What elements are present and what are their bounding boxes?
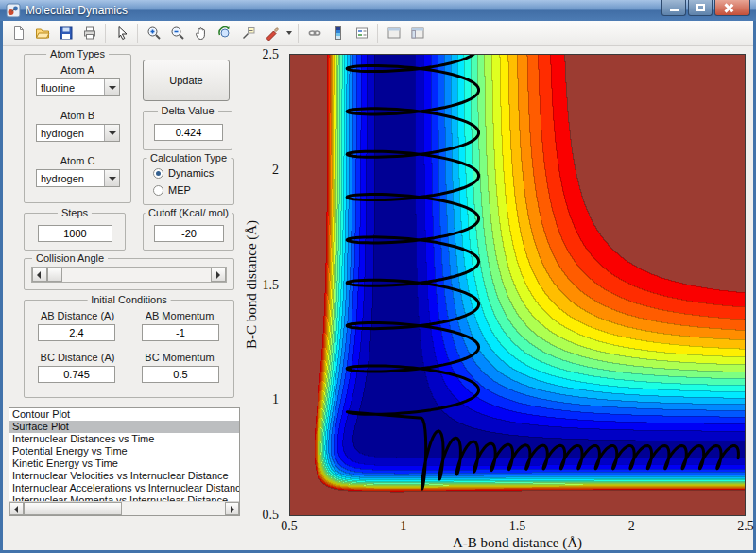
cutoff-field[interactable] [154, 225, 224, 242]
figure-content: Atom Types Atom A fluorine Atom B hydrog… [3, 46, 753, 550]
list-item[interactable]: Internuclear Velocities vs Internuclear … [9, 470, 239, 482]
x-tick-label: 1 [385, 519, 422, 534]
radio-mep[interactable]: MEP [153, 184, 191, 196]
toolbar-separator [377, 24, 378, 43]
listbox-horizontal-scrollbar[interactable] [9, 501, 239, 515]
new-file-button[interactable] [7, 23, 30, 44]
brush-icon [265, 26, 280, 41]
edit-plot-button[interactable] [110, 23, 133, 44]
pan-button[interactable] [189, 23, 213, 44]
brush-button[interactable] [260, 23, 284, 44]
new-file-icon [11, 26, 26, 41]
collision-angle-slider[interactable] [31, 267, 227, 283]
arrow-right-icon [216, 271, 220, 279]
colorbar-icon [331, 26, 346, 41]
arrow-left-icon [37, 271, 41, 279]
maximize-button[interactable] [688, 0, 713, 16]
scroll-right-button[interactable] [225, 502, 239, 515]
atom-a-label: Atom A [25, 64, 130, 76]
minimize-button[interactable] [662, 0, 686, 16]
show-plot-tools-icon [410, 26, 425, 41]
radio-dynamics[interactable]: Dynamics [153, 167, 214, 179]
title-bar[interactable]: Molecular Dynamics [0, 0, 756, 21]
contour-plot-canvas[interactable] [290, 55, 745, 515]
chevron-down-icon [286, 31, 292, 35]
atom-c-value: hydrogen [41, 173, 84, 184]
app-icon [6, 3, 21, 18]
atom-b-value: hydrogen [41, 128, 84, 139]
legend-icon [354, 26, 369, 41]
list-item[interactable]: Contour Plot [9, 408, 239, 421]
chevron-down-icon [104, 125, 119, 141]
insert-colorbar-button[interactable] [326, 23, 350, 44]
list-item[interactable]: Internuclear Distances vs Time [9, 433, 239, 445]
x-axis-ticks: 0.511.522.5 [289, 519, 746, 534]
brush-dropdown-button[interactable] [284, 23, 294, 44]
hide-plot-tools-icon [387, 26, 402, 41]
x-axis-label: A-B bond distance (Å) [289, 535, 746, 551]
y-tick-label: 2.5 [239, 47, 279, 62]
chevron-down-icon [104, 79, 119, 95]
zoom-out-icon [170, 26, 185, 41]
y-tick-label: 0.5 [239, 508, 279, 523]
plot-type-listbox[interactable]: Contour PlotSurface PlotInternuclear Dis… [9, 407, 240, 516]
radio-selected-icon [153, 168, 163, 179]
print-icon [82, 26, 97, 41]
steps-field[interactable] [38, 225, 112, 242]
initial-conditions-title: Initial Conditions [87, 294, 171, 305]
data-cursor-button[interactable] [236, 23, 260, 44]
link-plot-button[interactable] [302, 23, 326, 44]
pointer-arrow-icon [114, 26, 129, 41]
bc-momentum-field[interactable] [142, 366, 219, 383]
slider-left-arrow-button[interactable] [32, 268, 47, 282]
list-item[interactable]: Potential Energy vs Time [9, 445, 239, 458]
x-tick-label: 2 [612, 519, 650, 534]
collision-angle-panel: Collision Angle [24, 258, 234, 290]
ab-momentum-field[interactable] [142, 324, 219, 341]
print-button[interactable] [77, 23, 101, 44]
list-item[interactable]: Kinetic Energy vs Time [9, 458, 239, 470]
atom-c-select[interactable]: hydrogen [36, 169, 120, 187]
open-file-button[interactable] [30, 23, 54, 44]
rotate-3d-button[interactable] [213, 23, 236, 44]
hide-plot-tools-button[interactable] [382, 23, 405, 44]
window-controls [662, 0, 750, 16]
slider-thumb[interactable] [47, 268, 62, 282]
zoom-in-icon [146, 26, 162, 41]
close-button[interactable] [714, 0, 750, 16]
save-button[interactable] [54, 23, 77, 44]
toolbar-separator [137, 24, 138, 43]
app-window: Molecular Dynamics [0, 0, 756, 553]
x-tick-label: 1.5 [499, 519, 537, 534]
atom-a-select[interactable]: fluorine [36, 78, 120, 96]
cutoff-panel: Cutoff (Kcal/ mol) [143, 213, 234, 251]
scroll-left-button[interactable] [9, 502, 24, 515]
bc-distance-label: BC Distance (A) [28, 352, 127, 363]
initial-conditions-panel: Initial Conditions AB Distance (A) AB Mo… [24, 300, 234, 398]
update-button[interactable]: Update [143, 60, 230, 101]
insert-legend-button[interactable] [350, 23, 373, 44]
scrollbar-thumb[interactable] [24, 502, 122, 515]
y-tick-label: 1 [239, 392, 279, 407]
show-plot-tools-button[interactable] [405, 23, 429, 44]
ab-distance-label: AB Distance (A) [28, 310, 127, 321]
bc-momentum-label: BC Momentum [130, 352, 229, 363]
zoom-out-button[interactable] [165, 23, 189, 44]
hand-icon [194, 26, 209, 41]
atom-b-select[interactable]: hydrogen [36, 124, 120, 142]
ab-distance-field[interactable] [38, 324, 115, 341]
delta-value-panel: Delta Value [143, 111, 232, 150]
toolbar-separator [105, 24, 106, 43]
list-item[interactable]: Surface Plot [9, 421, 239, 433]
save-icon [59, 26, 74, 41]
contour-plot-axes[interactable] [289, 54, 746, 516]
toolbar-separator [298, 24, 299, 43]
delta-value-field[interactable] [154, 124, 223, 141]
slider-right-arrow-button[interactable] [211, 268, 226, 282]
list-item[interactable]: Internuclear Accelerations vs Internucle… [9, 482, 239, 494]
atom-c-label: Atom C [25, 155, 130, 166]
data-cursor-icon [241, 26, 256, 41]
bc-distance-field[interactable] [38, 366, 115, 383]
collision-angle-title: Collision Angle [32, 252, 108, 264]
zoom-in-button[interactable] [142, 23, 165, 44]
